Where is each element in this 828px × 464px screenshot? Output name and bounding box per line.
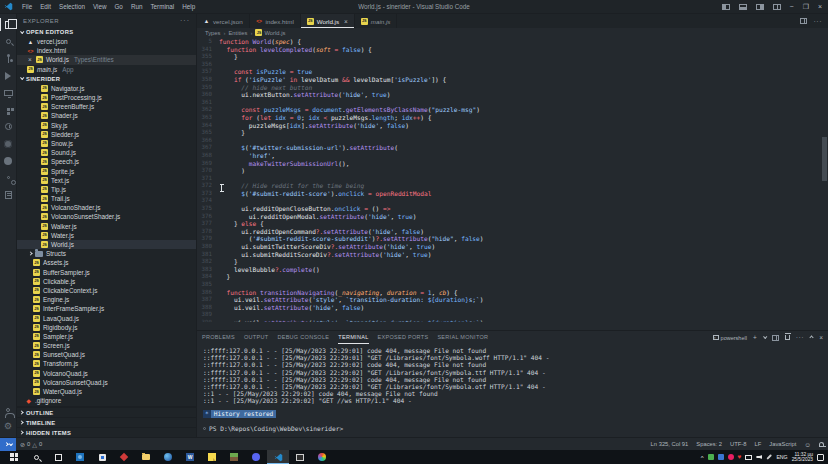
restore-button[interactable]: ❐	[803, 0, 809, 14]
file-tree-item[interactable]: JSLavaQuad.js	[17, 313, 196, 322]
taskbar-icon-browser[interactable]	[157, 450, 179, 464]
close-button[interactable]: ×	[818, 0, 822, 14]
file-tree-item[interactable]: JSText.js	[17, 176, 196, 185]
file-tree-item[interactable]: JSInterFrameSampler.js	[17, 304, 196, 313]
panel-tab-exposed-ports[interactable]: EXPOSED PORTS	[378, 331, 429, 344]
new-terminal-icon[interactable]: +	[753, 331, 757, 344]
open-editors-header[interactable]: OPEN EDITORS	[17, 27, 196, 37]
activity-item-clock[interactable]	[0, 118, 17, 135]
minimize-button[interactable]: −	[790, 0, 794, 14]
taskbar-icon-start[interactable]	[3, 450, 25, 464]
panel-tab-serial-monitor[interactable]: SERIAL MONITOR	[437, 331, 488, 344]
menu-item-go[interactable]: Go	[110, 0, 126, 14]
taskbar-icon-vscode[interactable]	[267, 450, 289, 464]
menu-item-selection[interactable]: Selection	[55, 0, 89, 14]
section-timeline[interactable]: TIMELINE	[17, 417, 196, 427]
taskbar-icon-discord[interactable]	[245, 450, 267, 464]
tray-heart-icon[interactable]: ♥	[738, 454, 742, 460]
project-section-header[interactable]: SINERIDER	[17, 74, 196, 84]
taskbar-icon-search-t[interactable]	[25, 450, 47, 464]
tray-green-icon[interactable]	[708, 454, 714, 460]
terminal-output[interactable]: ::ffff:127.0.0.1 - - [25/May/2023 22:29:…	[197, 344, 828, 437]
panel-tab-problems[interactable]: PROBLEMS	[202, 331, 235, 344]
file-tree-item[interactable]: JSWalker.js	[17, 222, 196, 231]
tray-blue-icon[interactable]	[718, 454, 724, 460]
close-tab-icon[interactable]: ×	[344, 18, 348, 25]
menu-item-edit[interactable]: Edit	[36, 0, 55, 14]
breadcrumb-item[interactable]: Types	[205, 30, 220, 36]
panel-tab-terminal[interactable]: TERMINAL	[338, 331, 368, 344]
open-editor-item[interactable]: JSmain.jsApp	[17, 65, 196, 74]
file-tree-item[interactable]: JSAssets.js	[17, 258, 196, 267]
activity-item-extensions[interactable]	[0, 101, 17, 118]
notifications-bell-icon[interactable]	[815, 442, 828, 446]
file-tree-item[interactable]: JSTip.js	[17, 185, 196, 194]
notification-center-icon[interactable]	[817, 454, 824, 461]
panel-tab-output[interactable]: OUTPUT	[244, 331, 268, 344]
menu-item-view[interactable]: View	[89, 0, 111, 14]
open-editor-item[interactable]: ×JSWorld.jsTypes\Entities	[17, 55, 196, 64]
activity-item-settings-gear[interactable]: ⚙	[0, 418, 17, 435]
file-tree-item[interactable]: JSSampler.js	[17, 332, 196, 341]
tray-volume-icon[interactable]	[756, 455, 762, 459]
taskbar-icon-explorer-t[interactable]	[135, 450, 157, 464]
feedback-smiley-icon[interactable]: ☺	[800, 441, 815, 448]
terminal-shell-chip[interactable]: >_ powershell	[713, 335, 747, 341]
status-lf[interactable]: LF	[751, 441, 766, 447]
taskbar-icon-word[interactable]: W	[179, 450, 201, 464]
activity-item-run-and-debug[interactable]	[0, 67, 17, 84]
tab-main.js[interactable]: JSmain.js	[355, 14, 398, 28]
section-hidden-items[interactable]: HIDDEN ITEMS	[17, 427, 196, 437]
tray-pink-icon[interactable]	[728, 454, 734, 460]
toggle-sidebar-icon[interactable]	[722, 4, 730, 10]
activity-item-explorer[interactable]	[0, 16, 17, 33]
language-indicator[interactable]: ENG	[776, 454, 787, 460]
file-tree-item[interactable]: JSTrail.js	[17, 194, 196, 203]
taskbar-icon-store[interactable]	[91, 450, 113, 464]
terminal-dropdown-icon[interactable]	[763, 335, 767, 339]
tab-index.html[interactable]: <>index.html	[250, 14, 301, 28]
file-tree-item[interactable]: JSEngine.js	[17, 295, 196, 304]
customize-layout-icon[interactable]	[773, 4, 781, 10]
file-tree-item[interactable]: JSVolcanoSunsetQuad.js	[17, 378, 196, 387]
file-tree-item[interactable]: JSWaterQuad.js	[17, 387, 196, 396]
close-panel-icon[interactable]: ×	[819, 331, 823, 344]
file-tree-item[interactable]: JSSky.js	[17, 121, 196, 130]
close-editor-icon[interactable]: ×	[27, 56, 33, 63]
file-tree-item[interactable]: JSNavigator.js	[17, 84, 196, 93]
menu-item-help[interactable]: Help	[178, 0, 199, 14]
status-spaces[interactable]: Spaces: 2	[692, 441, 726, 447]
toggle-secondary-sidebar-icon[interactable]	[756, 4, 764, 10]
open-editor-item[interactable]: ▲vercel.json	[17, 37, 196, 46]
split-editor-icon[interactable]	[800, 18, 807, 24]
file-tree-item[interactable]: JSSprite.js	[17, 166, 196, 175]
taskbar-icon-photos[interactable]	[69, 450, 91, 464]
taskbar-icon-window[interactable]	[289, 450, 311, 464]
file-tree-item[interactable]: JSScreenBuffer.js	[17, 102, 196, 111]
maximize-panel-icon[interactable]	[810, 335, 814, 339]
code-editor[interactable]: 5function World(spec) {341 function leve…	[197, 37, 828, 330]
section-outline[interactable]: OUTLINE	[17, 407, 196, 417]
file-tree-item[interactable]: JSWorld.js	[17, 240, 196, 249]
tray-tool-icon[interactable]	[767, 454, 772, 459]
activity-item-notebook[interactable]	[0, 186, 17, 203]
tab-World.js[interactable]: JSWorld.js×	[301, 14, 355, 28]
file-tree-item[interactable]: JSVolcanoShader.js	[17, 203, 196, 212]
file-tree-item[interactable]: JSClickable.js	[17, 277, 196, 286]
taskbar-icon-minecraft[interactable]	[223, 450, 245, 464]
file-tree-item[interactable]: JSSunsetQuad.js	[17, 350, 196, 359]
status-ln[interactable]: Ln 325, Col 91	[647, 441, 693, 447]
file-tree-item[interactable]: ◆.gitignore	[17, 396, 196, 405]
taskbar-icon-sticky[interactable]	[201, 450, 223, 464]
taskbar-icon-colorwheel[interactable]	[311, 450, 333, 464]
file-tree-item[interactable]: JSWater.js	[17, 231, 196, 240]
file-tree-item[interactable]: JSScreen.js	[17, 341, 196, 350]
file-tree-item[interactable]: JSClickableContext.js	[17, 286, 196, 295]
taskbar-icon-gem[interactable]	[113, 450, 135, 464]
problems-status[interactable]: 0 0	[16, 441, 46, 448]
toggle-panel-icon[interactable]	[739, 4, 747, 10]
activity-item-badge[interactable]	[0, 152, 17, 169]
status-javascript[interactable]: JavaScript	[765, 441, 800, 447]
activity-item-source-control[interactable]	[0, 50, 17, 67]
menu-item-terminal[interactable]: Terminal	[146, 0, 178, 14]
